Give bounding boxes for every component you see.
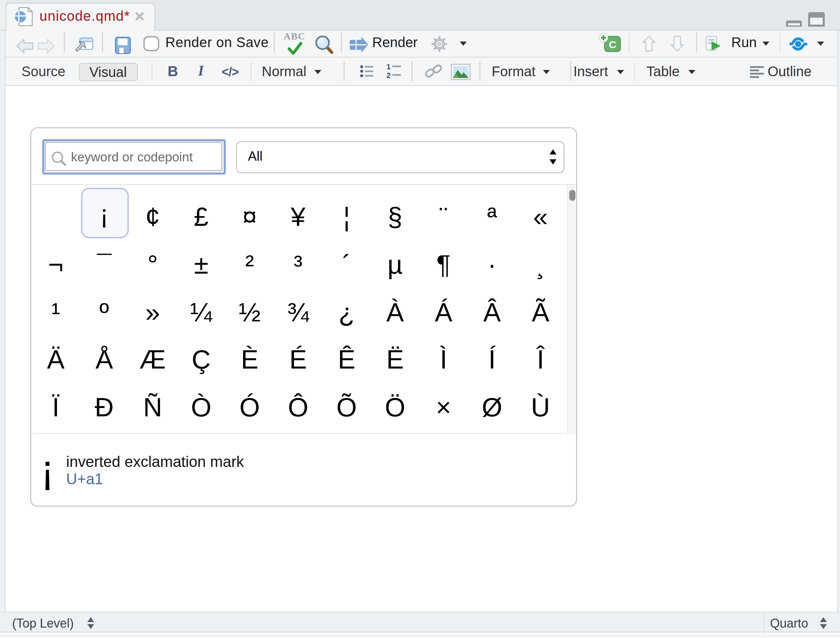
svg-text:1: 1 xyxy=(387,63,390,71)
svg-text:C: C xyxy=(609,39,616,50)
svg-text:2: 2 xyxy=(387,71,390,79)
